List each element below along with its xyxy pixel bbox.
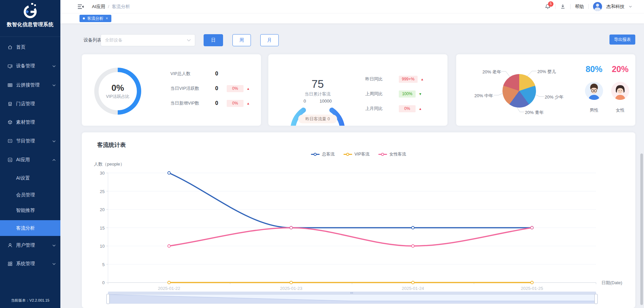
chart-title: 客流统计表 <box>97 141 126 149</box>
stat-value: 0 <box>211 71 223 77</box>
trend-badge: 0% <box>399 105 416 112</box>
sidebar-item-smart-recommend[interactable]: 智能推荐 <box>0 203 60 218</box>
sidebar: 数智化信息管理系统 首页 设备管理 云拼接管理 门店管理 素材管理 节目管理 <box>0 0 60 308</box>
sidebar-item-traffic-analysis[interactable]: 客流分析 <box>0 220 60 236</box>
male-avatar <box>585 82 603 100</box>
pie-label-middle-aged: 20% 中年 <box>472 93 493 99</box>
pie-label-youth: 20% 青年 <box>525 110 544 116</box>
pie-label-teen: 20% 少年 <box>545 94 564 100</box>
legend-item[interactable]: 女性客流 <box>378 151 406 157</box>
sidebar-item-splice[interactable]: 云拼接管理 <box>0 77 60 93</box>
sidebar-item-system[interactable]: 系统管理 <box>0 256 60 271</box>
pie-label-infant: 20% 婴儿 <box>537 69 556 75</box>
user-avatar[interactable] <box>593 2 602 11</box>
sidebar-item-label: 节目管理 <box>16 138 35 144</box>
user-icon <box>7 243 13 248</box>
sidebar-item-label: 会员管理 <box>16 192 35 198</box>
sidebar-item-programs[interactable]: 节目管理 <box>0 133 60 149</box>
export-report-button[interactable]: 导出报表 <box>609 35 635 45</box>
sidebar-item-home[interactable]: 首页 <box>0 40 60 55</box>
breadcrumb: AI应用 / 客流分析 <box>92 4 130 10</box>
version-label: 当前版本：V2.2.001.15 <box>0 298 60 303</box>
legend-marker-ring <box>314 153 317 156</box>
vip-active-row: 当日VIP活跃数 0 0% ▲ <box>170 85 250 92</box>
sidebar-item-label: 用户管理 <box>16 242 35 248</box>
sidebar-item-users[interactable]: 用户管理 <box>0 238 60 253</box>
daily-traffic-label: 当日累计客流 <box>287 91 348 97</box>
stat-label: 昨日同比 <box>365 76 395 82</box>
device-list-label: 设备列表 <box>84 37 102 43</box>
chart-datazoom[interactable] <box>108 292 596 304</box>
trend-badge: 0% <box>227 100 244 107</box>
stat-label: 上周同比 <box>365 91 395 97</box>
vip-active-ratio-label: VIP活跃占比 <box>106 94 129 100</box>
pie-label-elderly: 20% 老年 <box>480 69 501 75</box>
help-button[interactable]: 帮助 <box>575 4 584 10</box>
breadcrumb-parent[interactable]: AI应用 <box>92 4 105 10</box>
device-icon <box>7 63 13 69</box>
datazoom-move-handle[interactable] <box>108 292 596 294</box>
sidebar-item-stores[interactable]: 门店管理 <box>0 96 60 112</box>
stat-label: 上月同比 <box>365 106 395 112</box>
stat-label: VIP总人数 <box>170 71 211 77</box>
period-month-button[interactable]: 月 <box>260 34 279 46</box>
divider <box>588 4 589 9</box>
vip-new-row: 当日新增VIP数 0 0% ▲ <box>170 100 250 107</box>
sidebar-item-ai[interactable]: AI AI应用 <box>0 152 60 168</box>
legend-marker-ring <box>381 153 384 156</box>
gauge-range: 0 10000 <box>304 99 332 104</box>
male-percent: 80% <box>585 64 603 74</box>
sidebar-item-members[interactable]: 会员管理 <box>0 187 60 203</box>
period-week-button[interactable]: 周 <box>232 34 251 46</box>
divider <box>555 4 555 9</box>
notifications-button[interactable]: 5 <box>545 4 551 10</box>
svg-text:5: 5 <box>102 262 105 267</box>
tab-label: 客流分析 <box>87 16 103 21</box>
svg-text:2025-01-25: 2025-01-25 <box>521 286 543 291</box>
legend-label: VIP客流 <box>355 151 370 157</box>
account-name[interactable]: 杰和科技 <box>606 4 625 10</box>
page-scrollbar-thumb[interactable] <box>640 153 643 305</box>
legend-marker <box>343 154 352 155</box>
chevron-down-icon <box>187 39 191 42</box>
yoy-lastweek-row: 上周同比 100% ▼ <box>365 90 422 98</box>
svg-text:2025-01-24: 2025-01-24 <box>402 286 424 291</box>
male-label: 男性 <box>585 107 603 113</box>
svg-text:25: 25 <box>100 189 105 194</box>
tab-traffic-analysis[interactable]: 客流分析 × <box>79 15 111 22</box>
download-icon <box>560 4 566 9</box>
svg-text:2025-01-23: 2025-01-23 <box>280 286 303 291</box>
chart-legend: 总客流VIP客流女性客流 <box>82 151 635 157</box>
main-content: 设备列表 全部设备 日 周 月 导出报表 0% VIP活跃占比 VIP总人数 0… <box>60 23 644 308</box>
period-day-button[interactable]: 日 <box>204 34 223 46</box>
trend-badge: 0% <box>227 85 244 92</box>
chevron-down-icon <box>52 84 56 86</box>
download-button[interactable] <box>560 4 566 9</box>
sidebar-item-materials[interactable]: 素材管理 <box>0 115 60 130</box>
gauge-max: 10000 <box>320 99 332 104</box>
sidebar-item-label: 素材管理 <box>16 119 35 125</box>
tab-close-icon[interactable]: × <box>106 16 108 21</box>
stat-label: 当日新增VIP数 <box>170 100 211 106</box>
breadcrumb-separator: / <box>108 4 109 9</box>
female-avatar <box>611 82 629 100</box>
device-select[interactable]: 全部设备 <box>101 34 195 46</box>
yoy-lastmonth-row: 上月同比 0% ▲ <box>365 105 422 112</box>
stat-value: 0 <box>211 100 223 106</box>
demographics-card: 20% 老年 20% 婴儿 20% 中年 20% 少年 20% 青年 80% 2… <box>456 54 635 126</box>
svg-text:日期(Date): 日期(Date) <box>601 280 622 285</box>
datazoom-left-handle[interactable] <box>106 294 110 304</box>
chevron-down-icon <box>52 65 56 67</box>
svg-text:2025-01-22: 2025-01-22 <box>158 286 180 291</box>
legend-item[interactable]: 总客流 <box>311 151 335 157</box>
sidebar-item-devices[interactable]: 设备管理 <box>0 58 60 74</box>
datazoom-right-handle[interactable] <box>594 294 598 304</box>
datazoom-panel[interactable] <box>108 294 596 304</box>
sidebar-item-ai-settings[interactable]: AI设置 <box>0 171 60 186</box>
legend-item[interactable]: VIP客流 <box>343 151 370 157</box>
vip-donut-center: 0% VIP活跃占比 <box>94 68 141 115</box>
tab-active-dot <box>83 17 85 19</box>
svg-text:人数（people）: 人数（people） <box>94 162 124 167</box>
logo-icon <box>22 3 38 19</box>
sidebar-collapse-icon[interactable] <box>78 4 84 9</box>
